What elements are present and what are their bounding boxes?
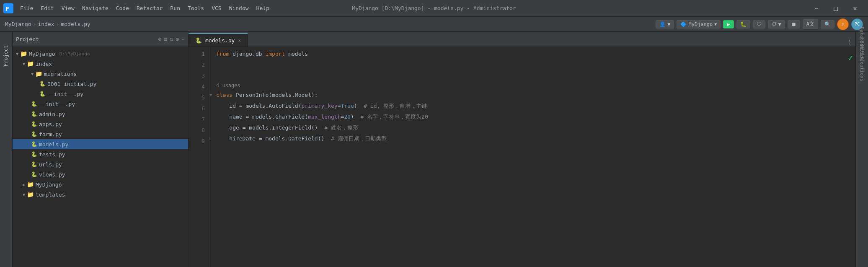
svg-text:P: P	[5, 5, 9, 12]
side-panel[interactable]: Project	[0, 32, 13, 267]
model-class-ref: Model	[295, 90, 311, 101]
tree-item-init-migrations[interactable]: 🐍 __init__.py	[13, 89, 188, 99]
val-20: 20	[344, 111, 351, 122]
search-button[interactable]: 🔍	[821, 20, 834, 29]
tab-close-models[interactable]: ✕	[238, 38, 241, 43]
line-num-9: 9	[189, 136, 205, 147]
panel-content: ▼ 📁 MyDjango D:\MyDjango ▼ 📁 index ▼ 📁 m…	[13, 47, 188, 267]
tree-item-form[interactable]: 🐍 form.py	[13, 129, 188, 139]
status-ok-icon: ✓	[848, 53, 853, 63]
tree-item-mydjango[interactable]: ▼ 📁 MyDjango D:\MyDjango	[13, 49, 188, 59]
panel-title: Project	[16, 36, 39, 42]
notifications-panel-tab[interactable]: Notifications	[856, 57, 868, 69]
panel-header: Project ⊕ ≡ ⇅ ⚙ −	[13, 32, 188, 47]
models-model-ref: models	[272, 90, 292, 101]
fold-icon-8[interactable]: ⊟	[209, 133, 211, 144]
close-button[interactable]: ✕	[845, 0, 865, 17]
collapse-icon[interactable]: ≡	[164, 36, 168, 42]
menu-view[interactable]: View	[58, 4, 78, 12]
stop-button[interactable]: ⏹	[788, 20, 800, 29]
menu-code[interactable]: Code	[113, 4, 132, 12]
menu-window[interactable]: Window	[226, 4, 252, 12]
update-icon: ↑	[841, 21, 844, 27]
file-icon-init-migrations: 🐍	[39, 91, 46, 97]
tree-item-models[interactable]: 🐍 models.py	[13, 139, 188, 149]
code-line-1: from django.db import models	[216, 49, 849, 60]
menu-tools[interactable]: Tools	[184, 4, 207, 12]
notifications-label: Notifications	[859, 45, 865, 81]
models-ref-5: models	[245, 101, 265, 111]
timer-icon: ⏱	[772, 21, 777, 27]
tree-label-0001: 0001_initial.py	[47, 81, 96, 87]
menu-refactor[interactable]: Refactor	[133, 4, 166, 12]
breadcrumb-sep-2: ›	[56, 21, 59, 27]
close-panel-icon[interactable]: −	[181, 36, 185, 42]
comment-6: # 名字，字符串，宽度为20	[360, 111, 428, 122]
minimize-button[interactable]: −	[807, 0, 826, 17]
comment-7: # 姓名，整形	[324, 122, 358, 133]
id-var: id	[229, 101, 236, 111]
tab-models[interactable]: 🐍 models.py ✕	[189, 33, 248, 47]
module-django-db: django.db	[232, 49, 262, 60]
app-icon: P	[3, 3, 13, 13]
tree-item-apps[interactable]: 🐍 apps.py	[13, 119, 188, 129]
code-content[interactable]: from django.db import models 4 usages	[209, 47, 855, 267]
tree-item-views[interactable]: 🐍 views.py	[13, 169, 188, 179]
class-personinfo: PersonInfo	[236, 90, 269, 101]
kw-class: class	[216, 90, 232, 101]
breadcrumb-label-index: index	[38, 21, 54, 27]
tree-item-0001[interactable]: 🐍 0001_initial.py	[13, 79, 188, 89]
menu-vcs[interactable]: VCS	[208, 4, 225, 12]
arrow-mydjango: ▼	[16, 52, 18, 56]
tree-item-templates[interactable]: ▼ 📁 templates	[13, 189, 188, 200]
translate-button[interactable]: A文	[803, 19, 818, 29]
tree-item-urls[interactable]: 🐍 urls.py	[13, 159, 188, 169]
menu-run[interactable]: Run	[167, 4, 183, 12]
line-num-2: 2	[189, 60, 205, 70]
tree-item-admin[interactable]: 🐍 admin.py	[13, 109, 188, 119]
tree-label-admin: admin.py	[39, 111, 65, 117]
tree-item-index[interactable]: ▼ 📁 index	[13, 59, 188, 69]
menu-edit[interactable]: Edit	[37, 4, 57, 12]
folder-icon-index: 📁	[27, 60, 34, 67]
breadcrumb-index[interactable]: index	[38, 21, 54, 27]
timer-button[interactable]: ⏱ ▼	[768, 20, 785, 29]
breadcrumb-bar: MyDjango › index › models.py 👤 ▼ 🔷 MyDja…	[0, 17, 868, 32]
tab-more-button[interactable]: ⋮	[843, 37, 855, 47]
folder-icon-mydjango-sub: 📁	[27, 181, 34, 188]
file-icon-views: 🐍	[31, 171, 37, 177]
file-icon-admin: 🐍	[31, 111, 37, 117]
breadcrumb-project[interactable]: MyDjango	[5, 21, 31, 27]
maximize-button[interactable]: □	[826, 0, 845, 17]
user-icon: 👤	[659, 21, 666, 27]
debug-button[interactable]: 🐛	[736, 20, 750, 29]
arrow-index: ▼	[23, 62, 25, 66]
settings-icon[interactable]: ⚙	[176, 36, 179, 42]
menu-navigate[interactable]: Navigate	[79, 4, 112, 12]
tab-icon-models: 🐍	[195, 37, 202, 44]
tree-item-tests[interactable]: 🐍 tests.py	[13, 149, 188, 159]
tree-item-mydjango-sub[interactable]: ▶ 📁 MyDjango	[13, 179, 188, 189]
tree-item-init-index[interactable]: 🐍 __init__.py	[13, 99, 188, 109]
user-button[interactable]: 👤 ▼	[656, 20, 674, 29]
tree-item-migrations[interactable]: ▼ 📁 migrations	[13, 69, 188, 79]
arrow-templates: ▼	[23, 192, 25, 197]
menu-file[interactable]: File	[17, 4, 36, 12]
stop-icon: ⏹	[791, 21, 796, 27]
main-layout: Project Project ⊕ ≡ ⇅ ⚙ − ▼ 📁 MyDjango D…	[0, 32, 868, 267]
models-import: models	[288, 49, 308, 60]
tree-label-templates: templates	[36, 192, 65, 198]
update-button[interactable]: ↑	[837, 18, 849, 30]
tree-label-migrations: migrations	[44, 71, 77, 77]
sync-icon[interactable]: ⊕	[158, 36, 162, 42]
file-icon-models: 🐍	[31, 141, 37, 147]
run-button[interactable]: ▶	[723, 20, 734, 29]
filter-icon[interactable]: ⇅	[170, 36, 173, 42]
run-config-button[interactable]: 🔷 MyDjango ▼	[677, 20, 721, 29]
code-editor: 1 2 3 4 5 6 7 8 9 from django.db import	[189, 47, 855, 267]
tab-bar: 🐍 models.py ✕ ⋮	[189, 32, 855, 47]
fold-icon-4[interactable]: ▼	[209, 90, 212, 101]
coverage-button[interactable]: 🛡	[753, 20, 765, 29]
menu-help[interactable]: Help	[253, 4, 273, 12]
breadcrumb-models[interactable]: models.py	[61, 21, 90, 27]
